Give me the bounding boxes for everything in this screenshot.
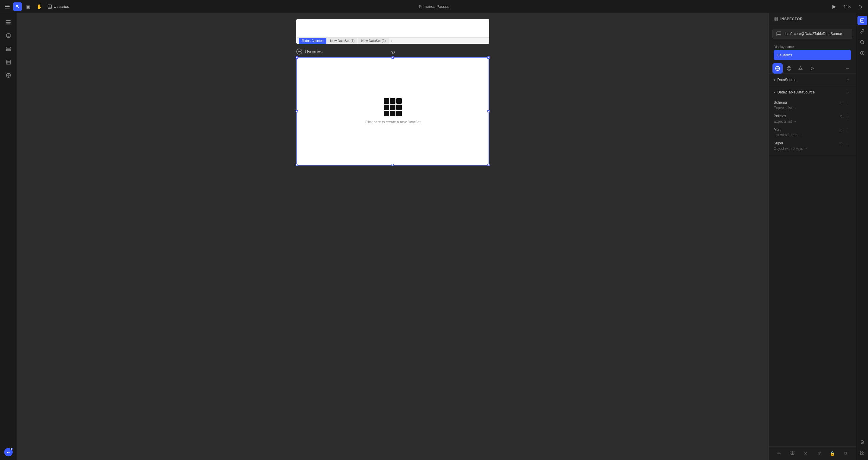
svg-point-7 bbox=[7, 34, 10, 35]
svg-rect-36 bbox=[863, 453, 864, 455]
svg-rect-18 bbox=[776, 17, 778, 19]
inspector-bottom-toolbar: ✏ 🖼 ✕ 🗑 🔒 ⧉ bbox=[769, 447, 856, 460]
super-badge[interactable]: f0 bbox=[838, 142, 844, 146]
table-placeholder-icon bbox=[384, 98, 402, 116]
svg-rect-29 bbox=[861, 19, 864, 22]
data2-add-button[interactable]: + bbox=[845, 89, 851, 95]
datasource-selector[interactable]: data2-core@Data2TableDataSource bbox=[772, 29, 852, 39]
sidebar-item-stack[interactable] bbox=[3, 43, 14, 54]
resize-tr[interactable] bbox=[487, 56, 490, 59]
policies-property: Policies f0 ⋮ Expects list → bbox=[769, 112, 856, 125]
collapse-icon[interactable] bbox=[296, 49, 302, 55]
svg-point-27 bbox=[788, 67, 790, 69]
datasource-icon bbox=[776, 31, 781, 36]
rt-grid-button[interactable] bbox=[858, 448, 867, 458]
layers-icon bbox=[6, 20, 11, 25]
frame-tool[interactable]: ▣ bbox=[24, 2, 33, 11]
add-tab-button[interactable]: + bbox=[390, 38, 394, 43]
schema-actions: f0 ⋮ bbox=[838, 100, 851, 106]
resize-mr[interactable] bbox=[487, 110, 490, 113]
policies-value[interactable]: Expects list → bbox=[774, 119, 851, 124]
edit-button[interactable]: ✏ bbox=[775, 449, 783, 458]
resize-ml[interactable] bbox=[296, 110, 298, 113]
close-button[interactable]: ✕ bbox=[801, 449, 810, 458]
svg-line-31 bbox=[863, 43, 864, 44]
tab-new-dataset-2[interactable]: New DataSet (2) bbox=[358, 38, 389, 44]
inspector-panel: INSPECTOR data2-core@Data2TableDataSourc… bbox=[769, 13, 856, 460]
multi-actions: f0 ⋮ bbox=[838, 127, 851, 133]
lock-button[interactable]: 🔒 bbox=[828, 449, 837, 458]
policies-label: Policies bbox=[774, 114, 786, 118]
sidebar-item-table[interactable] bbox=[3, 57, 14, 67]
rt-search-button[interactable] bbox=[858, 37, 867, 47]
super-menu[interactable]: ⋮ bbox=[845, 141, 851, 147]
policies-menu[interactable]: ⋮ bbox=[845, 114, 851, 119]
multi-badge[interactable]: f0 bbox=[838, 128, 844, 133]
multi-row: Multi f0 ⋮ bbox=[774, 127, 851, 133]
database-icon bbox=[6, 33, 11, 38]
data2-section-header[interactable]: ▾ Data2TableDataSource + bbox=[769, 86, 856, 98]
avatar[interactable]: ●● 1 bbox=[4, 448, 13, 456]
display-name-section: Display name bbox=[769, 42, 856, 63]
svg-rect-34 bbox=[863, 451, 864, 453]
svg-point-26 bbox=[787, 67, 791, 70]
schema-badge[interactable]: f0 bbox=[838, 101, 844, 105]
schema-value[interactable]: Expects list → bbox=[774, 106, 851, 110]
svg-rect-8 bbox=[6, 47, 10, 48]
page-indicator: Usuarios bbox=[48, 4, 69, 9]
datasource-add-button[interactable]: + bbox=[845, 77, 851, 83]
component-canvas[interactable]: Click here to create a new DataSet bbox=[296, 57, 489, 165]
table-sidebar-icon bbox=[6, 59, 11, 65]
tab-widget-body bbox=[296, 19, 489, 37]
resize-bc[interactable] bbox=[392, 164, 394, 166]
resize-tc[interactable] bbox=[392, 56, 394, 59]
tab-new-dataset-1[interactable]: New DataSet (1) bbox=[327, 38, 358, 44]
tab-data[interactable] bbox=[772, 63, 783, 73]
hand-tool[interactable]: ✋ bbox=[35, 2, 43, 11]
rt-history-button[interactable] bbox=[858, 48, 867, 58]
super-property: Super f0 ⋮ Object with 0 keys → bbox=[769, 139, 856, 153]
image-button[interactable]: 🖼 bbox=[788, 449, 797, 458]
super-value[interactable]: Object with 0 keys → bbox=[774, 147, 851, 151]
avatar-badge: 1 bbox=[10, 447, 13, 450]
svg-rect-35 bbox=[861, 453, 862, 455]
right-toolbar bbox=[856, 13, 868, 460]
rt-trash-button[interactable] bbox=[858, 437, 867, 447]
rt-link-button[interactable] bbox=[858, 27, 867, 36]
display-name-input[interactable] bbox=[774, 50, 851, 60]
tab-more[interactable]: ··· bbox=[842, 63, 852, 73]
sidebar-bottom: ●● 1 bbox=[4, 448, 13, 456]
data2-section: ▾ Data2TableDataSource + Schema f0 ⋮ Exp… bbox=[769, 86, 856, 155]
sidebar-item-layers[interactable] bbox=[3, 17, 14, 28]
svg-rect-17 bbox=[774, 17, 775, 19]
schema-menu[interactable]: ⋮ bbox=[845, 100, 851, 106]
datasource-section-header[interactable]: ▾ DataSource + bbox=[769, 74, 856, 86]
policies-badge[interactable]: f0 bbox=[838, 114, 844, 119]
clone-button[interactable]: ⧉ bbox=[841, 449, 850, 458]
play-button[interactable]: ▶ bbox=[830, 2, 838, 11]
tab-style[interactable] bbox=[784, 63, 794, 73]
schema-property: Schema f0 ⋮ Expects list → bbox=[769, 98, 856, 112]
multi-value[interactable]: List with 1 item → bbox=[774, 133, 851, 137]
multi-menu[interactable]: ⋮ bbox=[845, 127, 851, 133]
tab-interaction[interactable] bbox=[807, 63, 817, 73]
tab-todos-clientes[interactable]: Todos Clientes bbox=[299, 38, 327, 44]
share-button[interactable]: ⬡ bbox=[856, 2, 864, 11]
menu-button[interactable] bbox=[4, 4, 11, 10]
rt-edit-button[interactable] bbox=[858, 16, 867, 25]
svg-rect-9 bbox=[6, 50, 10, 51]
empty-state: Click here to create a new DataSet bbox=[365, 98, 421, 124]
resize-bl[interactable] bbox=[296, 164, 298, 166]
visibility-toggle[interactable] bbox=[389, 48, 397, 56]
zoom-level: 44% bbox=[843, 4, 851, 9]
delete-button[interactable]: 🗑 bbox=[815, 449, 824, 458]
svg-rect-20 bbox=[776, 19, 778, 21]
usuarios-title: Usuarios bbox=[305, 49, 322, 54]
resize-br[interactable] bbox=[487, 164, 490, 166]
sidebar-item-database[interactable] bbox=[3, 30, 14, 41]
super-row: Super f0 ⋮ bbox=[774, 141, 851, 147]
resize-tl[interactable] bbox=[296, 56, 298, 59]
tab-layout[interactable] bbox=[795, 63, 806, 73]
cursor-tool[interactable]: ↖ bbox=[13, 2, 22, 11]
sidebar-item-globe[interactable] bbox=[3, 70, 14, 81]
